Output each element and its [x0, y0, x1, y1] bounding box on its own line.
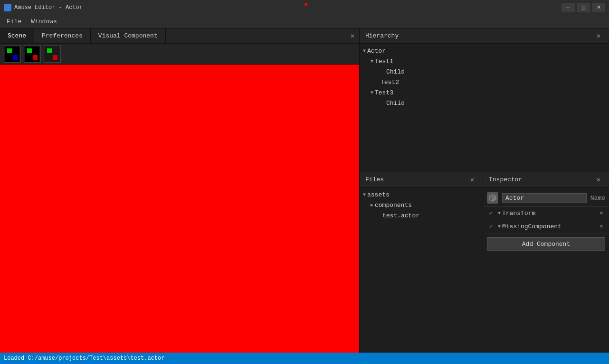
icon-dot-tl	[7, 48, 12, 53]
scene-tab-close-button[interactable]: ✕	[346, 29, 359, 43]
hierarchy-close-button[interactable]: ✕	[594, 31, 603, 41]
component-transform: ✓ ▼ Transform ×	[483, 207, 609, 220]
actor-row: Name	[483, 189, 609, 207]
close-window-button[interactable]: ✕	[592, 3, 605, 12]
minimize-button[interactable]: ─	[561, 3, 575, 12]
files-item-assets[interactable]: ▼ assets	[360, 189, 483, 200]
right-panel: Hierarchy ✕ ▼ Actor ▼ Test1 Child	[360, 28, 609, 353]
inspector-name-column: Name	[590, 195, 605, 202]
expand-arrow: ▼	[369, 59, 375, 64]
component-checkbox-missing[interactable]: ✓	[487, 223, 495, 231]
inspector-title: Inspector	[489, 176, 522, 183]
toolbar-icon-3	[45, 47, 59, 62]
tree-item-label: assets	[367, 191, 390, 198]
expand-arrow: ▼	[369, 90, 375, 95]
inspector-content: Name ✓ ▼ Transform × ✓ ▼ MissingComponen…	[483, 187, 609, 353]
main-layout: Scene Preferences Visual Component ✕	[0, 28, 609, 353]
expand-arrow	[377, 213, 382, 218]
tree-item-label: Test3	[375, 89, 393, 96]
scene-toolbar	[0, 44, 359, 65]
bottom-panels: Files ✕ ▼ assets ▶ components test.actor	[360, 172, 609, 353]
expand-arrow: ▼	[362, 48, 367, 54]
expand-arrow: ▼	[362, 192, 367, 197]
files-content: ▼ assets ▶ components test.actor	[360, 187, 483, 353]
status-text: Loaded C:/amuse/projects/Test\assets\tes…	[4, 355, 164, 362]
tree-item-label: Test1	[375, 58, 393, 65]
inspector-close-button[interactable]: ✕	[594, 175, 603, 185]
component-remove-missing[interactable]: ×	[598, 223, 605, 230]
hierarchy-item-actor[interactable]: ▼ Actor	[360, 46, 609, 56]
component-expand-transform[interactable]: ▼	[496, 211, 502, 216]
tree-item-label: Child	[386, 68, 405, 75]
expand-arrow: ▶	[369, 202, 375, 208]
menubar: File Windows	[0, 15, 609, 28]
menu-windows[interactable]: Windows	[26, 16, 62, 27]
icon-dot-tl	[27, 48, 32, 53]
restore-button[interactable]: ◻	[577, 3, 590, 12]
component-missing: ✓ ▼ MissingComponent ×	[483, 220, 609, 233]
left-panel: Scene Preferences Visual Component ✕	[0, 28, 360, 353]
files-item-components[interactable]: ▶ components	[360, 200, 483, 210]
tab-preferences[interactable]: Preferences	[34, 28, 91, 43]
toolbar-icon-1	[5, 47, 19, 62]
icon-dot-br	[33, 55, 38, 60]
scene-viewport[interactable]	[0, 65, 359, 353]
inspector-header: Inspector ✕	[483, 172, 609, 187]
toolbar-button-1[interactable]	[4, 46, 21, 63]
component-name-transform: Transform	[502, 210, 598, 217]
icon-dot-br	[53, 55, 57, 60]
component-expand-missing[interactable]: ▼	[496, 224, 502, 229]
toolbar-icon-2	[25, 47, 39, 62]
tab-visual-component[interactable]: Visual Component	[91, 28, 166, 43]
actor-icon	[487, 192, 498, 204]
tree-item-label: components	[375, 202, 412, 209]
hierarchy-item-test2[interactable]: Test2	[360, 77, 609, 87]
hierarchy-item-test3[interactable]: ▼ Test3	[360, 87, 609, 98]
cube-icon	[488, 194, 497, 202]
files-header: Files ✕	[360, 172, 483, 187]
menu-file[interactable]: File	[2, 16, 26, 27]
add-component-button[interactable]: Add Component	[487, 237, 605, 251]
toolbar-button-2[interactable]	[24, 46, 41, 63]
window-title: Amuse Editor - Actor	[14, 4, 561, 11]
expand-arrow	[381, 101, 386, 106]
statusbar: Loaded C:/amuse/projects/Test\assets\tes…	[0, 353, 609, 364]
tree-item-label: test.actor	[382, 212, 419, 219]
hierarchy-title: Hierarchy	[365, 32, 399, 39]
hierarchy-item-test1[interactable]: ▼ Test1	[360, 56, 609, 66]
app-icon	[4, 4, 11, 11]
tab-scene[interactable]: Scene	[0, 28, 34, 43]
hierarchy-panel: Hierarchy ✕ ▼ Actor ▼ Test1 Child	[360, 28, 609, 172]
scene-tabbar: Scene Preferences Visual Component ✕	[0, 28, 359, 44]
tree-item-label: Child	[386, 100, 405, 107]
hierarchy-content: ▼ Actor ▼ Test1 Child Test2 ▼ Test	[360, 44, 609, 172]
icon-dot-tl	[47, 48, 52, 53]
expand-arrow	[381, 69, 386, 75]
component-name-missing: MissingComponent	[502, 223, 598, 230]
files-panel: Files ✕ ▼ assets ▶ components test.actor	[360, 172, 483, 353]
window-controls: ─ ◻ ✕	[561, 3, 605, 12]
toolbar-button-3[interactable]	[44, 46, 61, 63]
hierarchy-header: Hierarchy ✕	[360, 28, 609, 44]
component-checkbox-transform[interactable]: ✓	[487, 210, 495, 217]
hierarchy-item-child1[interactable]: Child	[360, 66, 609, 77]
component-remove-transform[interactable]: ×	[598, 210, 605, 217]
files-close-button[interactable]: ✕	[467, 175, 477, 185]
titlebar: Amuse Editor - Actor ─ ◻ ✕	[0, 0, 609, 15]
inspector-panel: Inspector ✕	[483, 172, 609, 353]
files-title: Files	[365, 176, 384, 183]
hierarchy-item-child2[interactable]: Child	[360, 98, 609, 108]
files-item-test-actor[interactable]: test.actor	[360, 210, 483, 221]
icon-dot-br	[13, 55, 18, 60]
expand-arrow	[375, 80, 381, 85]
tree-item-label: Test2	[381, 79, 399, 86]
recording-indicator	[304, 3, 307, 6]
actor-name-input[interactable]	[502, 193, 587, 203]
tree-item-label: Actor	[367, 47, 386, 55]
